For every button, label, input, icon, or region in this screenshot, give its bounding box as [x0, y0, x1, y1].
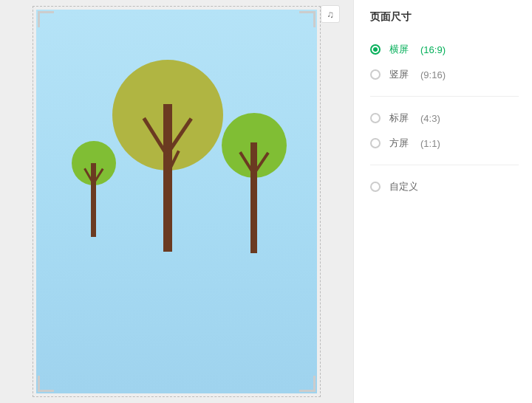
radio-icon — [370, 113, 381, 123]
slide-background — [36, 10, 317, 393]
radio-ratio: (9:16) — [420, 69, 446, 80]
separator — [370, 96, 519, 97]
radio-icon — [370, 69, 381, 80]
radio-icon — [370, 44, 381, 55]
canvas-pane: ♫ — [0, 0, 353, 403]
radio-icon — [370, 138, 381, 148]
tree-illustration-large-center — [109, 60, 227, 252]
radio-label: 方屏 — [389, 137, 409, 150]
radio-ratio: (1:1) — [420, 138, 440, 149]
radio-option-portrait[interactable]: 竖屏 (9:16) — [370, 62, 519, 87]
radio-icon — [370, 182, 381, 192]
page-size-panel: 页面尺寸 横屏 (16:9) 竖屏 (9:16) 标屏 (4:3) 方屏 (1:… — [353, 0, 532, 403]
radio-label: 横屏 — [389, 43, 409, 56]
separator — [370, 165, 519, 165]
radio-label: 标屏 — [389, 111, 409, 125]
radio-ratio: (16:9) — [420, 44, 446, 55]
radio-ratio: (4:3) — [420, 113, 440, 124]
tree-illustration-medium-right — [214, 113, 295, 253]
music-icon: ♫ — [327, 9, 334, 20]
radio-option-standard[interactable]: 标屏 (4:3) — [370, 106, 519, 131]
panel-title: 页面尺寸 — [370, 10, 519, 24]
radio-label: 竖屏 — [389, 68, 409, 81]
radio-option-landscape[interactable]: 横屏 (16:9) — [370, 37, 519, 62]
music-button[interactable]: ♫ — [321, 5, 340, 23]
radio-label: 自定义 — [389, 180, 418, 193]
canvas-slot[interactable] — [33, 6, 321, 397]
radio-option-square[interactable]: 方屏 (1:1) — [370, 131, 519, 156]
radio-option-custom[interactable]: 自定义 — [370, 174, 519, 199]
